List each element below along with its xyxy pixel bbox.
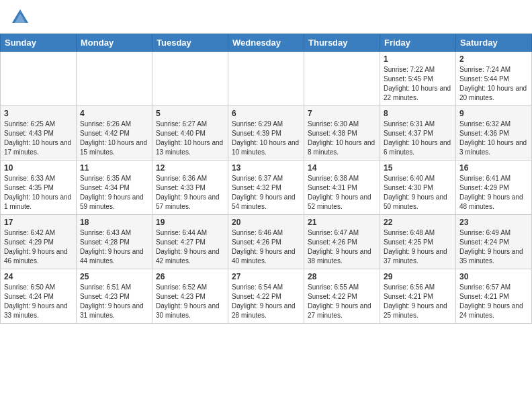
day-info: Sunrise: 6:33 AM Sunset: 4:35 PM Dayligh… — [4, 174, 73, 212]
day-info: Sunrise: 6:57 AM Sunset: 4:21 PM Dayligh… — [459, 283, 528, 320]
calendar-cell: 22Sunrise: 6:48 AM Sunset: 4:25 PM Dayli… — [380, 215, 456, 269]
logo — [11, 8, 32, 27]
day-info: Sunrise: 6:56 AM Sunset: 4:21 PM Dayligh… — [384, 283, 452, 320]
weekday-header: Monday — [77, 34, 152, 52]
day-info: Sunrise: 6:36 AM Sunset: 4:33 PM Dayligh… — [156, 174, 224, 212]
calendar-cell: 10Sunrise: 6:33 AM Sunset: 4:35 PM Dayli… — [1, 161, 77, 215]
calendar-cell: 30Sunrise: 6:57 AM Sunset: 4:21 PM Dayli… — [456, 269, 532, 324]
calendar-cell — [304, 52, 380, 106]
day-number: 9 — [459, 109, 528, 118]
calendar-cell: 9Sunrise: 6:32 AM Sunset: 4:36 PM Daylig… — [456, 106, 532, 161]
day-info: Sunrise: 6:42 AM Sunset: 4:29 PM Dayligh… — [4, 228, 73, 266]
weekday-header: Tuesday — [152, 34, 228, 52]
calendar-cell — [77, 52, 152, 106]
day-info: Sunrise: 6:49 AM Sunset: 4:24 PM Dayligh… — [459, 228, 528, 266]
day-info: Sunrise: 6:38 AM Sunset: 4:31 PM Dayligh… — [308, 174, 376, 212]
calendar-cell: 12Sunrise: 6:36 AM Sunset: 4:33 PM Dayli… — [152, 161, 228, 215]
day-info: Sunrise: 6:27 AM Sunset: 4:40 PM Dayligh… — [156, 120, 224, 157]
day-number: 3 — [4, 109, 73, 118]
day-number: 23 — [459, 218, 528, 227]
calendar-cell: 19Sunrise: 6:44 AM Sunset: 4:27 PM Dayli… — [152, 215, 228, 269]
calendar-cell: 3Sunrise: 6:25 AM Sunset: 4:43 PM Daylig… — [1, 106, 77, 161]
day-number: 18 — [80, 218, 148, 227]
day-info: Sunrise: 6:46 AM Sunset: 4:26 PM Dayligh… — [232, 228, 300, 266]
day-number: 20 — [232, 218, 300, 227]
day-number: 5 — [156, 109, 224, 118]
day-number: 24 — [4, 272, 73, 281]
calendar-cell: 14Sunrise: 6:38 AM Sunset: 4:31 PM Dayli… — [304, 161, 380, 215]
day-info: Sunrise: 6:40 AM Sunset: 4:30 PM Dayligh… — [384, 174, 452, 212]
day-number: 8 — [384, 109, 452, 118]
day-number: 10 — [4, 163, 73, 173]
day-info: Sunrise: 6:51 AM Sunset: 4:23 PM Dayligh… — [80, 283, 148, 320]
weekday-header: Friday — [380, 34, 456, 52]
day-number: 15 — [384, 163, 452, 173]
weekday-header: Thursday — [304, 34, 380, 52]
calendar-cell: 5Sunrise: 6:27 AM Sunset: 4:40 PM Daylig… — [152, 106, 228, 161]
calendar-cell: 16Sunrise: 6:41 AM Sunset: 4:29 PM Dayli… — [456, 161, 532, 215]
calendar-cell: 8Sunrise: 6:31 AM Sunset: 4:37 PM Daylig… — [380, 106, 456, 161]
calendar-week-row: 24Sunrise: 6:50 AM Sunset: 4:24 PM Dayli… — [1, 269, 532, 324]
logo-icon — [11, 8, 30, 27]
calendar-cell: 21Sunrise: 6:47 AM Sunset: 4:26 PM Dayli… — [304, 215, 380, 269]
day-info: Sunrise: 6:44 AM Sunset: 4:27 PM Dayligh… — [156, 228, 224, 266]
day-number: 26 — [156, 272, 224, 281]
day-number: 17 — [4, 218, 73, 227]
day-number: 30 — [459, 272, 528, 281]
calendar-cell: 1Sunrise: 7:22 AM Sunset: 5:45 PM Daylig… — [380, 52, 456, 106]
day-info: Sunrise: 6:35 AM Sunset: 4:34 PM Dayligh… — [80, 174, 148, 212]
day-info: Sunrise: 6:47 AM Sunset: 4:26 PM Dayligh… — [308, 228, 376, 266]
day-info: Sunrise: 6:29 AM Sunset: 4:39 PM Dayligh… — [232, 120, 300, 157]
calendar-header-row: SundayMondayTuesdayWednesdayThursdayFrid… — [1, 34, 532, 52]
calendar-cell: 25Sunrise: 6:51 AM Sunset: 4:23 PM Dayli… — [77, 269, 152, 324]
calendar-cell: 17Sunrise: 6:42 AM Sunset: 4:29 PM Dayli… — [1, 215, 77, 269]
day-number: 12 — [156, 163, 224, 173]
calendar-week-row: 10Sunrise: 6:33 AM Sunset: 4:35 PM Dayli… — [1, 161, 532, 215]
day-number: 22 — [384, 218, 452, 227]
day-number: 6 — [232, 109, 300, 118]
day-info: Sunrise: 6:26 AM Sunset: 4:42 PM Dayligh… — [80, 120, 148, 157]
day-info: Sunrise: 6:50 AM Sunset: 4:24 PM Dayligh… — [4, 283, 73, 320]
calendar-cell: 4Sunrise: 6:26 AM Sunset: 4:42 PM Daylig… — [77, 106, 152, 161]
day-info: Sunrise: 6:37 AM Sunset: 4:32 PM Dayligh… — [232, 174, 300, 212]
calendar-cell — [228, 52, 304, 106]
day-number: 28 — [308, 272, 376, 281]
day-info: Sunrise: 7:24 AM Sunset: 5:44 PM Dayligh… — [459, 65, 528, 103]
calendar-cell: 11Sunrise: 6:35 AM Sunset: 4:34 PM Dayli… — [77, 161, 152, 215]
calendar-cell: 15Sunrise: 6:40 AM Sunset: 4:30 PM Dayli… — [380, 161, 456, 215]
day-info: Sunrise: 7:22 AM Sunset: 5:45 PM Dayligh… — [384, 65, 452, 103]
day-number: 27 — [232, 272, 300, 281]
day-number: 1 — [384, 54, 452, 64]
calendar-cell — [1, 52, 77, 106]
day-number: 11 — [80, 163, 148, 173]
calendar-week-row: 17Sunrise: 6:42 AM Sunset: 4:29 PM Dayli… — [1, 215, 532, 269]
day-info: Sunrise: 6:32 AM Sunset: 4:36 PM Dayligh… — [459, 120, 528, 157]
calendar-cell: 13Sunrise: 6:37 AM Sunset: 4:32 PM Dayli… — [228, 161, 304, 215]
weekday-header: Saturday — [456, 34, 532, 52]
weekday-header: Wednesday — [228, 34, 304, 52]
calendar-cell: 24Sunrise: 6:50 AM Sunset: 4:24 PM Dayli… — [1, 269, 77, 324]
day-info: Sunrise: 6:52 AM Sunset: 4:23 PM Dayligh… — [156, 283, 224, 320]
day-number: 19 — [156, 218, 224, 227]
day-info: Sunrise: 6:31 AM Sunset: 4:37 PM Dayligh… — [384, 120, 452, 157]
calendar-cell: 23Sunrise: 6:49 AM Sunset: 4:24 PM Dayli… — [456, 215, 532, 269]
calendar-cell: 29Sunrise: 6:56 AM Sunset: 4:21 PM Dayli… — [380, 269, 456, 324]
calendar-table: SundayMondayTuesdayWednesdayThursdayFrid… — [0, 34, 532, 324]
calendar-cell — [152, 52, 228, 106]
day-number: 2 — [459, 54, 528, 64]
day-number: 4 — [80, 109, 148, 118]
day-number: 29 — [384, 272, 452, 281]
calendar-cell: 2Sunrise: 7:24 AM Sunset: 5:44 PM Daylig… — [456, 52, 532, 106]
calendar-week-row: 3Sunrise: 6:25 AM Sunset: 4:43 PM Daylig… — [1, 106, 532, 161]
day-number: 21 — [308, 218, 376, 227]
day-info: Sunrise: 6:41 AM Sunset: 4:29 PM Dayligh… — [459, 174, 528, 212]
day-number: 16 — [459, 163, 528, 173]
calendar-week-row: 1Sunrise: 7:22 AM Sunset: 5:45 PM Daylig… — [1, 52, 532, 106]
calendar-cell: 18Sunrise: 6:43 AM Sunset: 4:28 PM Dayli… — [77, 215, 152, 269]
day-info: Sunrise: 6:54 AM Sunset: 4:22 PM Dayligh… — [232, 283, 300, 320]
calendar-cell: 26Sunrise: 6:52 AM Sunset: 4:23 PM Dayli… — [152, 269, 228, 324]
page-header — [0, 0, 532, 30]
calendar-cell: 20Sunrise: 6:46 AM Sunset: 4:26 PM Dayli… — [228, 215, 304, 269]
calendar-cell: 7Sunrise: 6:30 AM Sunset: 4:38 PM Daylig… — [304, 106, 380, 161]
calendar-cell: 27Sunrise: 6:54 AM Sunset: 4:22 PM Dayli… — [228, 269, 304, 324]
